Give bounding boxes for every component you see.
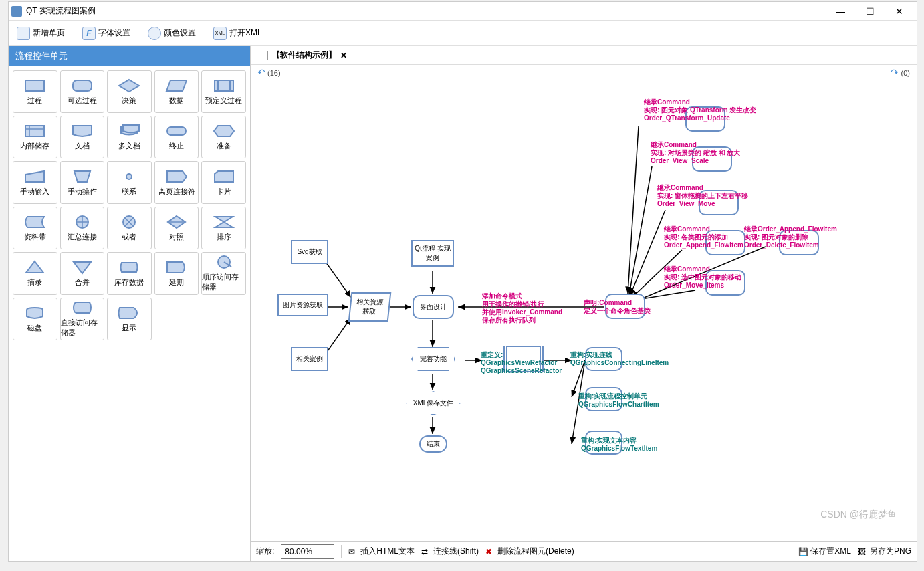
- shape-终止[interactable]: 终止: [154, 116, 199, 158]
- tab-bar: 【软件结构示例】 ✕: [251, 46, 917, 65]
- app-window: QT 实现流程图案例 — ☐ ✕ 新增单页 F字体设置 颜色设置 XML打开XM…: [8, 1, 917, 562]
- svg-marker-26: [26, 261, 43, 273]
- shape-库存数据[interactable]: 库存数据: [107, 252, 152, 295]
- undo-count: (16): [267, 69, 281, 77]
- envelope-icon: ✉: [348, 547, 358, 556]
- maximize-button[interactable]: ☐: [855, 3, 885, 20]
- annot-r-text: 重构:实现文本内容 QGraphicsFlowTextItem: [581, 437, 657, 453]
- window-title: QT 实现流程图案例: [26, 5, 96, 17]
- shape-内部储存[interactable]: 内部储存: [13, 116, 57, 158]
- shape-多文档[interactable]: 多文档: [107, 116, 152, 158]
- zoom-label: 缩放:: [256, 546, 274, 557]
- shape-预定义过程[interactable]: 预定义过程: [201, 70, 246, 113]
- sidebar-header: 流程控件单元: [9, 46, 250, 66]
- svg-marker-15: [215, 171, 233, 182]
- xml-icon: XML: [213, 27, 227, 40]
- redo-count: (0): [901, 69, 910, 77]
- svg-marker-27: [74, 262, 91, 273]
- svg-line-46: [630, 210, 665, 296]
- node-rel-case[interactable]: 相关案例: [291, 347, 328, 371]
- main-area: 流程控件单元 过程可选过程决策数据预定义过程内部储存文档多文档终止准备手动输入手…: [9, 46, 917, 561]
- svg-marker-25: [215, 222, 233, 227]
- annot-cmd-2: 继承Command 实现: 对场景类的 缩放 和 放大 Order_View_S…: [651, 141, 740, 165]
- shape-摘录[interactable]: 摘录: [13, 252, 57, 295]
- shape-合并[interactable]: 合并: [60, 252, 105, 295]
- svg-line-44: [628, 126, 639, 294]
- svg-point-14: [126, 174, 132, 179]
- redo-icon[interactable]: ↷: [891, 67, 899, 78]
- shape-grid: 过程可选过程决策数据预定义过程内部储存文档多文档终止准备手动输入手动操作联系离页…: [9, 66, 250, 344]
- svg-line-45: [629, 166, 652, 295]
- new-page-button[interactable]: 新增单页: [13, 24, 69, 43]
- connector-button[interactable]: ⇄连接线(Shift): [421, 546, 479, 557]
- insert-html-button[interactable]: ✉插入HTML文本: [348, 546, 415, 557]
- shape-或者[interactable]: 或者: [107, 207, 152, 249]
- shape-排序[interactable]: 排序: [201, 207, 246, 249]
- font-settings-button[interactable]: F字体设置: [78, 24, 134, 43]
- svg-marker-11: [214, 126, 234, 136]
- shape-准备[interactable]: 准备: [201, 116, 246, 158]
- app-icon: [11, 6, 22, 17]
- save-png-button[interactable]: 🖼另存为PNG: [858, 546, 911, 557]
- shape-顺序访问存储器[interactable]: 顺序访问存储器: [201, 252, 246, 295]
- content-area: 【软件结构示例】 ✕ ↶ (16) ↷ (0): [251, 46, 917, 561]
- main-toolbar: 新增单页 F字体设置 颜色设置 XML打开XML: [9, 21, 917, 46]
- shape-数据[interactable]: 数据: [154, 70, 199, 113]
- node-rel-res[interactable]: 相关资源 获取: [348, 292, 392, 322]
- shape-磁盘[interactable]: 磁盘: [13, 298, 57, 340]
- shape-资料带[interactable]: 资料带: [13, 207, 57, 249]
- shape-可选过程[interactable]: 可选过程: [60, 70, 105, 113]
- annot-cmd-5: 继承Command 实现: 选中图元对象的移动 Order_Move_Items: [664, 265, 741, 290]
- tab-close-icon[interactable]: ✕: [340, 51, 347, 60]
- node-svg-get[interactable]: Svg获取: [291, 240, 328, 264]
- svg-rect-0: [25, 80, 44, 91]
- shape-联系[interactable]: 联系: [107, 161, 152, 204]
- shape-手动输入[interactable]: 手动输入: [13, 161, 57, 204]
- annot-r-flow: 重构:实现流程控制单元 QGraphicsFlowChartItem: [578, 392, 659, 409]
- annot-redef: 重定义: QGraphicsViewRefactor QGraphicsScen…: [481, 351, 562, 375]
- shape-离页连接符[interactable]: 离页连接符: [154, 161, 199, 204]
- image-icon: 🖼: [858, 547, 867, 556]
- node-end[interactable]: 结束: [419, 435, 447, 453]
- node-qt-case[interactable]: Qt流程 实现案例: [411, 240, 454, 267]
- annot-cmd-4: 继承Command 实现: 各类图元的添加 Order_Append_FlowI…: [664, 225, 743, 249]
- shape-卡片[interactable]: 卡片: [201, 161, 246, 204]
- new-page-icon: [17, 27, 30, 40]
- delete-button[interactable]: ✖删除流程图元(Delete): [485, 546, 574, 557]
- undo-icon[interactable]: ↶: [257, 67, 265, 78]
- annot-r-line: 重构:实现连线 QGraphicsConnectingLineItem: [570, 351, 669, 367]
- color-settings-button[interactable]: 颜色设置: [144, 24, 200, 43]
- shape-汇总连接[interactable]: 汇总连接: [60, 207, 105, 249]
- shape-延期[interactable]: 延期: [154, 252, 199, 295]
- shape-决策[interactable]: 决策: [107, 70, 152, 113]
- node-xml-save[interactable]: XML保存文件: [406, 391, 461, 415]
- shape-显示[interactable]: 显示: [107, 298, 152, 340]
- tab-document[interactable]: 【软件结构示例】 ✕: [255, 48, 351, 62]
- document-icon: [259, 51, 268, 60]
- save-xml-button[interactable]: 💾保存置XML: [798, 546, 851, 557]
- node-img-res[interactable]: 图片资源获取: [277, 294, 328, 316]
- svg-marker-2: [119, 80, 139, 92]
- diagram-canvas[interactable]: Svg获取 Qt流程 实现案例 图片资源获取 相关资源 获取 界面设计 相关案例…: [251, 80, 917, 541]
- shape-对照[interactable]: 对照: [154, 207, 199, 249]
- save-icon: 💾: [798, 547, 808, 556]
- node-perfect[interactable]: 完善功能: [411, 347, 455, 371]
- annot-decl: 声明:Command 定义一个命令角色基类: [584, 299, 651, 315]
- close-button[interactable]: ✕: [885, 3, 914, 20]
- minimize-button[interactable]: —: [826, 3, 855, 20]
- annot-cmd-4b: 继承Order_Append_FlowItem 实现: 图元对象的删除 Orde…: [744, 225, 837, 249]
- shape-手动操作[interactable]: 手动操作: [60, 161, 105, 204]
- svg-rect-1: [73, 80, 92, 91]
- annot-cmd-1: 继承Command 实现: 图元对象 QTransform 发生改变 Order…: [644, 98, 756, 122]
- open-xml-button[interactable]: XML打开XML: [209, 24, 266, 43]
- node-ui-design[interactable]: 界面设计: [413, 295, 454, 319]
- palette-icon: [148, 27, 161, 40]
- shape-过程[interactable]: 过程: [13, 70, 57, 113]
- zoom-input[interactable]: [281, 544, 334, 559]
- shape-文档[interactable]: 文档: [60, 116, 105, 158]
- shape-直接访问存储器[interactable]: 直接访问存储器: [60, 298, 105, 340]
- status-bar: 缩放: ✉插入HTML文本 ⇄连接线(Shift) ✖删除流程图元(Delete…: [251, 541, 917, 561]
- history-row: ↶ (16) ↷ (0): [251, 65, 917, 80]
- shapes-sidebar: 流程控件单元 过程可选过程决策数据预定义过程内部储存文档多文档终止准备手动输入手…: [9, 46, 251, 561]
- svg-marker-24: [215, 217, 233, 222]
